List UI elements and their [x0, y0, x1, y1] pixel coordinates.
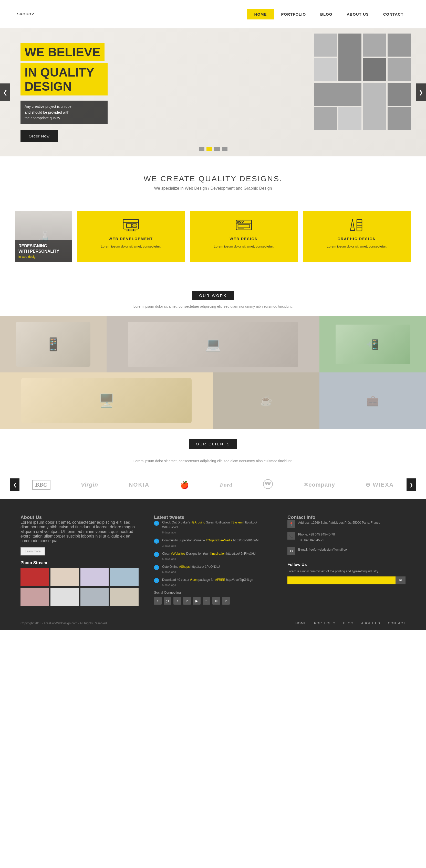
- portfolio-item-4[interactable]: 🖥️: [0, 372, 213, 429]
- footer-nav-contact[interactable]: CONTACT: [388, 621, 405, 625]
- nav-portfolio[interactable]: PORTFOLIO: [274, 9, 313, 20]
- hero-content: WE BELIEVE IN QUALITY DESIGN Any creativ…: [0, 28, 128, 156]
- google-plus-icon[interactable]: g+: [164, 597, 171, 604]
- hero-dot-3[interactable]: [214, 147, 220, 151]
- we-create-section: WE CREATE QUALITY DESIGNS. We specialize…: [0, 156, 426, 204]
- contact-address-item: 📍 Address: 12569 Saint Patrick des Prés.…: [287, 520, 405, 528]
- nav-home[interactable]: HOME: [247, 9, 274, 20]
- logo: SKOKOV: [16, 4, 36, 24]
- photo-thumb-6[interactable]: [51, 588, 79, 606]
- client-xcompany: ✕company: [304, 482, 335, 488]
- clients-carousel: ❮ BBC Virgin NOKIA 🍎 Ford VW ✕company ⊕ …: [0, 471, 426, 499]
- we-create-subtitle: We specialize in Web Design / Developmen…: [16, 186, 410, 191]
- photo-thumb-2[interactable]: [51, 568, 79, 586]
- service-graphic-design-desc: Lorem ipsum dolor sit amet, consectetur.: [308, 244, 405, 249]
- photo-thumb-7[interactable]: [80, 588, 109, 606]
- footer-nav-about-us[interactable]: ABOUT US: [361, 621, 380, 625]
- svg-rect-13: [238, 225, 250, 228]
- nav-about-us[interactable]: ABOUT US: [339, 9, 376, 20]
- clients-prev-button[interactable]: ❮: [10, 478, 20, 491]
- svg-rect-3: [133, 224, 136, 225]
- tweet-1-time: 8 days ago: [162, 531, 272, 534]
- pinterest-icon[interactable]: P: [222, 597, 230, 604]
- tweet-bird-icon-3: 🐦: [154, 552, 159, 557]
- photo-thumb-1[interactable]: [21, 568, 49, 586]
- follow-email-input[interactable]: [287, 577, 396, 584]
- contact-phone-item: 📞 Phone: +38 045 845-45-78+38 045 845-45…: [287, 532, 405, 543]
- follow-us-desc: Lorem is simply dummy text of the printi…: [287, 569, 405, 574]
- hero-prev-button[interactable]: ❮: [0, 84, 10, 101]
- footer-nav-blog[interactable]: BLOG: [343, 621, 353, 625]
- photo-thumbs-grid: [21, 568, 139, 606]
- photo-thumb-8[interactable]: [110, 588, 139, 606]
- social-connecting-label: Social Connecting: [154, 591, 272, 594]
- header: SKOKOV HOME PORTFOLIO BLOG ABOUT US CONT…: [0, 0, 426, 28]
- service-web-development-title: WEB DEVELOPMENT: [82, 237, 179, 241]
- portfolio-item-3[interactable]: 📲: [319, 316, 426, 372]
- footer-about-text: Lorem ipsum dolor sit amet, consectetuer…: [21, 520, 139, 543]
- client-ford: Ford: [220, 482, 232, 488]
- youtube-icon[interactable]: ▶: [193, 597, 201, 604]
- tweet-4: 🐦 Cute Online #Shops http://t.co/ 1PoQNJ…: [154, 564, 272, 574]
- hero-cta-button[interactable]: Order Now: [21, 130, 58, 142]
- nav-blog[interactable]: BLOG: [313, 9, 339, 20]
- tweet-5-time: 5 days ago: [162, 583, 253, 586]
- we-create-title: WE CREATE QUALITY DESIGNS.: [16, 174, 410, 183]
- photo-thumb-3[interactable]: [80, 568, 109, 586]
- portfolio-item-5[interactable]: ☕: [213, 372, 320, 429]
- web-design-icon: [234, 217, 254, 233]
- footer-photo-stream: Photo Stream: [21, 561, 139, 606]
- clients-next-button[interactable]: ❯: [406, 478, 416, 491]
- footer-bottom: Copyright 2013 · FreeForWebDesign.com · …: [21, 616, 405, 630]
- hero-img-12: [338, 107, 362, 130]
- svg-rect-4: [133, 226, 136, 227]
- hero-img-11: [314, 107, 337, 130]
- service-featured-subtitle: in web design: [19, 255, 37, 258]
- client-apple: 🍎: [180, 481, 189, 489]
- hero-section: ❮ WE BELIEVE IN QUALITY DESIGN Any creat…: [0, 28, 426, 156]
- nav-contact[interactable]: CONTACT: [376, 9, 410, 20]
- hero-img-13: [388, 107, 410, 130]
- service-graphic-design-title: GRAPHIC DESIGN: [308, 237, 405, 241]
- footer-learn-more-button[interactable]: Learn more: [21, 547, 45, 555]
- footer-nav-portfolio[interactable]: PORTFOLIO: [314, 621, 336, 625]
- hero-img-9: [363, 83, 386, 130]
- linkedin-icon[interactable]: in: [183, 597, 191, 604]
- tweet-5-text: Download 40 vector #icon package for #FR…: [162, 578, 253, 582]
- facebook-icon[interactable]: f: [154, 597, 162, 604]
- hero-dot-1[interactable]: [199, 147, 204, 151]
- hero-collage: [314, 34, 410, 130]
- photo-thumb-5[interactable]: [21, 588, 49, 606]
- tweet-bird-icon-5: 🐦: [154, 578, 159, 583]
- service-web-design-title: WEB DESIGN: [195, 237, 292, 241]
- tweet-1-text: Check Out Drbaker's @Arduino Sales Notif…: [162, 520, 272, 530]
- email-icon: ✉: [287, 547, 295, 555]
- footer-follow-section: Follow Us Lorem is simply dummy text of …: [287, 562, 405, 584]
- twitter-icon[interactable]: t: [173, 597, 181, 604]
- footer-copyright: Copyright 2013 · FreeForWebDesign.com · …: [21, 621, 107, 625]
- hero-next-button[interactable]: ❯: [416, 84, 426, 101]
- service-featured: 🍶 REDESIGNINGWITH PERSONALITY in web des…: [16, 211, 72, 262]
- tweet-3: 🐦 Clean #Websites Designs for Your #Insp…: [154, 551, 272, 560]
- hero-dot-4[interactable]: [222, 147, 227, 151]
- photo-thumb-4[interactable]: [110, 568, 139, 586]
- footer-nav-home[interactable]: HOME: [295, 621, 306, 625]
- client-vw: VW: [263, 479, 273, 491]
- follow-submit-button[interactable]: ✉: [396, 577, 405, 584]
- rss-icon[interactable]: ⊕: [212, 597, 220, 604]
- portfolio-item-2[interactable]: 💻: [107, 316, 320, 372]
- tweet-bird-icon-4: 🐦: [154, 565, 159, 570]
- portfolio-item-6[interactable]: 💼: [319, 372, 426, 429]
- clients-section: OUR CLIENTS: [0, 429, 426, 459]
- follow-us-title: Follow Us: [287, 562, 405, 567]
- clients-desc: Lorem ipsum dolor sit amet, consectetuer…: [0, 459, 426, 471]
- footer-about-col: About Us Lorem ipsum dolor sit amet, con…: [21, 515, 139, 606]
- tweet-4-time: 6 days ago: [162, 570, 220, 574]
- hero-dot-2[interactable]: [206, 147, 212, 151]
- hero-img-2: [338, 34, 362, 81]
- tweet-3-time: 5 days ago: [162, 557, 256, 560]
- svg-point-10: [237, 221, 239, 222]
- portfolio-item-1[interactable]: 📱: [0, 316, 107, 372]
- tumblr-icon[interactable]: t.: [203, 597, 210, 604]
- hero-img-10: [388, 83, 410, 106]
